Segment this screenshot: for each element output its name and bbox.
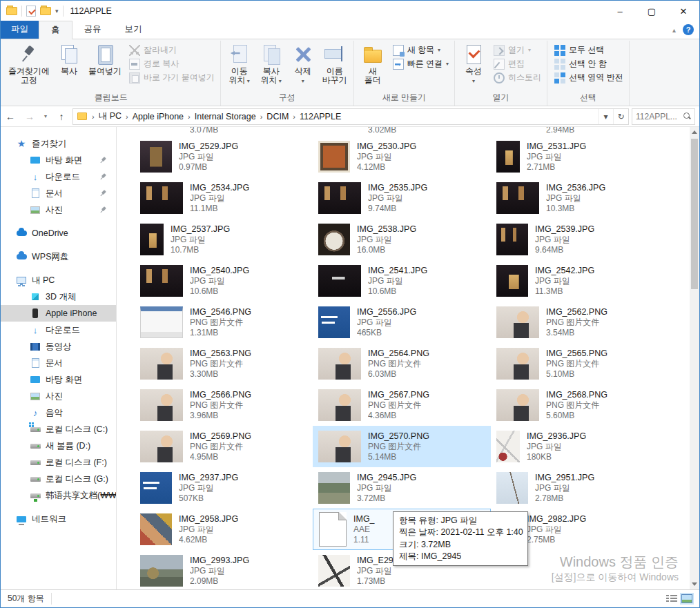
breadcrumb-internal-storage[interactable]: Internal Storage bbox=[192, 112, 259, 121]
sidebar-item-문서[interactable]: 문서 bbox=[1, 355, 116, 371]
sidebar-item-wps-[interactable]: WPS网盘 bbox=[1, 248, 116, 265]
file-item[interactable]: IMG_2937.JPG JPG 파일 507KB bbox=[135, 467, 313, 509]
ribbon-large-button[interactable]: 이동위치 ▾ bbox=[224, 41, 255, 87]
vertical-scrollbar[interactable] bbox=[690, 127, 699, 589]
ribbon-small-button[interactable]: 바로 가기 붙여넣기 bbox=[129, 72, 215, 84]
recent-locations-icon[interactable]: ▾ bbox=[41, 113, 50, 119]
ribbon-small-button[interactable]: 잘라내기 bbox=[129, 44, 215, 56]
search-input[interactable]: 112APPL... bbox=[632, 108, 695, 125]
sidebar-item-다운로드[interactable]: ↓ 다운로드 bbox=[1, 322, 116, 338]
sidebar-item-로컬-디스크-f-[interactable]: 로컬 디스크 (F:) bbox=[1, 454, 116, 471]
file-item[interactable]: IMG_2531.JPG JPG 파일 2.71MB bbox=[491, 136, 669, 177]
breadcrumb-dcim[interactable]: DCIM bbox=[264, 112, 291, 121]
sidebar-item-동영상[interactable]: 동영상 bbox=[1, 338, 116, 355]
file-item[interactable]: IMG_2546.PNG PNG 图片文件 1.31MB bbox=[135, 302, 313, 343]
file-item[interactable]: IMG_2539.JPG JPG 파일 9.64MB bbox=[491, 219, 669, 260]
minimize-button[interactable]: – bbox=[604, 1, 636, 21]
collapse-ribbon-icon[interactable]: ▴ bbox=[672, 26, 676, 34]
ribbon-small-button[interactable]: 빠른 연결 ▾ bbox=[393, 58, 449, 70]
file-item[interactable]: IMG_2556.JPG JPG 파일 465KB bbox=[313, 302, 491, 343]
sidebar-item-사진[interactable]: 사진 bbox=[1, 202, 116, 218]
breadcrumb-my-pc[interactable]: 내 PC bbox=[96, 110, 124, 122]
tab-share[interactable]: 공유 bbox=[72, 21, 113, 39]
breadcrumb-112apple[interactable]: 112APPLE bbox=[297, 112, 344, 121]
ribbon-small-button[interactable]: 열기 ▾ bbox=[494, 44, 541, 56]
ribbon-large-button[interactable]: 속성▾ bbox=[458, 41, 489, 87]
file-item[interactable]: IMG_2564.PNG PNG 图片文件 6.03MB bbox=[313, 343, 491, 384]
file-item[interactable]: IMG_2542.JPG JPG 파일 11.3MB bbox=[491, 260, 669, 302]
ribbon-small-button[interactable]: 모두 선택 bbox=[554, 44, 623, 56]
file-item[interactable]: IMG_2568.PNG PNG 图片文件 5.60MB bbox=[491, 384, 669, 426]
breadcrumb-apple-iphone[interactable]: Apple iPhone bbox=[130, 112, 186, 121]
file-item[interactable]: IMG_2951.JPG JPG 파일 2.78MB bbox=[491, 467, 669, 509]
ribbon-large-button[interactable]: 이름바꾸기 bbox=[319, 41, 351, 86]
sidebar-item-음악[interactable]: ♪ 음악 bbox=[1, 404, 116, 421]
thumbnails-view-icon[interactable] bbox=[681, 594, 692, 603]
ribbon-small-button[interactable]: 선택 영역 반전 bbox=[554, 72, 623, 84]
tab-view[interactable]: 보기 bbox=[113, 21, 154, 39]
ribbon-small-button[interactable]: 경로 복사 bbox=[129, 58, 215, 70]
file-item[interactable]: IMG_2541.JPG JPG 파일 10.6MB bbox=[313, 260, 491, 302]
maximize-button[interactable]: ▢ bbox=[636, 1, 668, 21]
file-item[interactable]: IMG_2566.PNG PNG 图片文件 3.96MB bbox=[135, 384, 313, 426]
file-item[interactable]: IMG_2945.JPG JPG 파일 3.72MB bbox=[313, 467, 491, 509]
tab-home[interactable]: 홈 bbox=[39, 21, 72, 39]
file-item[interactable]: IMG_2530.JPG JPG 파일 4.12MB bbox=[313, 136, 491, 177]
sidebar-item--19[interactable]: 韩语共享文档(₩₩19 bbox=[1, 487, 116, 504]
forward-icon[interactable]: → bbox=[21, 111, 38, 122]
ribbon-large-button[interactable]: 복사 bbox=[53, 41, 85, 77]
scrollbar-thumb[interactable] bbox=[691, 139, 698, 289]
ribbon-large-button[interactable]: 복사위치 ▾ bbox=[255, 41, 287, 87]
sidebar-item-즐겨찾기[interactable]: ★ 즐겨찾기 bbox=[1, 135, 116, 152]
file-item[interactable]: IMG_2562.PNG PNG 图片文件 3.54MB bbox=[491, 302, 669, 343]
sidebar-item-다운로드[interactable]: ↓ 다운로드 bbox=[1, 168, 116, 185]
sidebar-item-문서[interactable]: 문서 bbox=[1, 185, 116, 202]
ribbon-small-button[interactable]: 편집 bbox=[494, 58, 541, 70]
file-item[interactable]: IMG_2540.JPG JPG 파일 10.6MB bbox=[135, 260, 313, 302]
file-item[interactable]: IMG_2569.PNG PNG 图片文件 4.95MB bbox=[135, 426, 313, 467]
file-item[interactable]: IMG_2567.PNG PNG 图片文件 4.36MB bbox=[313, 384, 491, 426]
ribbon-small-button[interactable]: 히스토리 bbox=[494, 72, 541, 84]
address-dropdown-icon[interactable]: ▾ bbox=[598, 109, 613, 124]
file-item[interactable]: IMG_2563.PNG PNG 图片文件 3.30MB bbox=[135, 343, 313, 384]
sidebar-item-새-볼륨-d-[interactable]: 새 볼륨 (D:) bbox=[1, 438, 116, 454]
file-item[interactable]: IMG_2529.JPG JPG 파일 0.97MB bbox=[135, 136, 313, 177]
close-button[interactable]: ✕ bbox=[668, 1, 699, 21]
ribbon-small-button[interactable]: 선택 안 함 bbox=[554, 58, 623, 70]
properties-qat-icon[interactable] bbox=[26, 6, 36, 17]
sidebar-item-로컬-디스크-g-[interactable]: 로컬 디스크 (G:) bbox=[1, 471, 116, 487]
scroll-down-icon[interactable] bbox=[692, 582, 697, 586]
file-item[interactable]: IMG_2565.PNG PNG 图片文件 5.10MB bbox=[491, 343, 669, 384]
file-item[interactable]: IMG_2993.JPG JPG 파일 2.09MB bbox=[135, 550, 313, 589]
ribbon-large-button[interactable]: 즐겨찾기에고정 bbox=[5, 41, 53, 86]
customize-qat-icon[interactable]: ▾ bbox=[55, 8, 59, 14]
file-item[interactable]: IMG_2535.JPG JPG 파일 9.74MB bbox=[313, 177, 491, 219]
file-item[interactable]: IMG_2958.JPG JPG 파일 4.62MB bbox=[135, 509, 313, 550]
file-item[interactable]: IMG_2538.JPG JPG 파일 16.0MB bbox=[313, 219, 491, 260]
sidebar-item-내-pc[interactable]: 내 PC bbox=[1, 272, 116, 288]
ribbon-small-button[interactable]: 새 항목 ▾ bbox=[393, 44, 449, 56]
scroll-up-icon[interactable] bbox=[692, 130, 697, 134]
ribbon-large-button[interactable]: 삭제▾ bbox=[287, 41, 319, 87]
sidebar-item-로컬-디스크-c-[interactable]: 로컬 디스크 (C:) bbox=[1, 421, 116, 438]
refresh-icon[interactable]: ↻ bbox=[613, 109, 628, 124]
up-icon[interactable]: ↑ bbox=[53, 111, 70, 122]
ribbon-large-button[interactable]: 붙여넣기 bbox=[85, 41, 125, 77]
ribbon-large-button[interactable]: 새폴더 bbox=[357, 41, 389, 86]
sidebar-item-3d-개체[interactable]: 3D 개체 bbox=[1, 288, 116, 305]
details-view-icon[interactable] bbox=[666, 594, 677, 603]
new-folder-qat-icon[interactable] bbox=[40, 7, 51, 15]
file-item[interactable]: IMG_2534.JPG JPG 파일 11.1MB bbox=[135, 177, 313, 219]
sidebar-item-바탕-화면[interactable]: 바탕 화면 bbox=[1, 371, 116, 388]
sidebar-item-바탕-화면[interactable]: 바탕 화면 bbox=[1, 152, 116, 168]
tab-file[interactable]: 파일 bbox=[1, 21, 39, 39]
file-item[interactable]: IMG_2936.JPG JPG 파일 180KB bbox=[491, 426, 669, 467]
file-item[interactable]: IMG_2536.JPG JPG 파일 10.3MB bbox=[491, 177, 669, 219]
sidebar-item-apple-iphone[interactable]: Apple iPhone bbox=[1, 305, 116, 322]
sidebar-item-사진[interactable]: 사진 bbox=[1, 388, 116, 404]
back-icon[interactable]: ← bbox=[2, 111, 19, 122]
help-icon[interactable]: ? bbox=[683, 24, 694, 35]
sidebar-item-네트워크[interactable]: 네트워크 bbox=[1, 511, 116, 527]
breadcrumb[interactable]: › 내 PC › Apple iPhone › Internal Storage… bbox=[72, 108, 629, 125]
file-item[interactable]: IMG_2570.PNG PNG 图片文件 5.14MB bbox=[313, 426, 491, 467]
